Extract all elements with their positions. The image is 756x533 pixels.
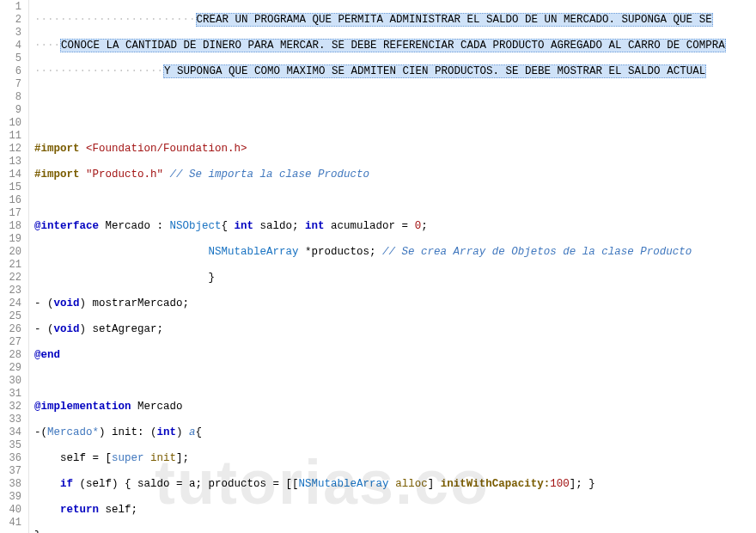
code-line [34, 117, 756, 130]
line-number: 26 [3, 323, 21, 336]
code-line: ·························CREAR UN PROGRA… [34, 14, 756, 27]
code-line [34, 194, 756, 207]
line-number: 36 [3, 452, 21, 465]
line-number: 31 [3, 388, 21, 401]
code-line: -(Mercado*) init: (int) a{ [34, 426, 756, 439]
line-number: 20 [3, 246, 21, 259]
line-number: 2 [3, 14, 21, 27]
line-number: 32 [3, 401, 21, 414]
code-line: - (void) setAgregar; [34, 323, 756, 336]
line-number: 19 [3, 233, 21, 246]
line-number: 30 [3, 375, 21, 388]
line-number: 28 [3, 349, 21, 362]
code-line: ····················Y SUPONGA QUE COMO M… [34, 65, 756, 78]
line-number: 11 [3, 130, 21, 143]
code-line [34, 375, 756, 388]
line-number: 4 [3, 40, 21, 52]
line-number: 1 [3, 1, 21, 14]
line-number: 38 [3, 478, 21, 491]
line-number: 40 [3, 504, 21, 517]
code-line [34, 91, 756, 104]
line-number: 33 [3, 414, 21, 426]
line-number: 7 [3, 78, 21, 91]
code-line: - (void) mostrarMercado; [34, 297, 756, 310]
code-line: @end [34, 349, 756, 362]
line-number: 39 [3, 491, 21, 504]
code-line: return self; [34, 504, 756, 517]
line-number: 22 [3, 272, 21, 285]
line-number: 21 [3, 259, 21, 272]
line-number: 18 [3, 220, 21, 233]
line-number: 35 [3, 439, 21, 452]
line-number: 10 [3, 117, 21, 130]
code-line: NSMutableArray *productos; // Se crea Ar… [34, 246, 756, 259]
line-number: 34 [3, 426, 21, 439]
line-number: 8 [3, 91, 21, 104]
line-number: 6 [3, 65, 21, 78]
line-number: 15 [3, 181, 21, 194]
line-number-gutter: 1234567891011121314151617181920212223242… [0, 0, 29, 533]
code-line: if (self) { saldo = a; productos = [[NSM… [34, 478, 756, 491]
line-number: 3 [3, 27, 21, 40]
code-line: } [34, 272, 756, 285]
line-number: 14 [3, 168, 21, 181]
line-number: 37 [3, 465, 21, 478]
code-editor: 1234567891011121314151617181920212223242… [0, 0, 756, 533]
line-number: 29 [3, 362, 21, 375]
line-number: 5 [3, 52, 21, 65]
line-number: 41 [3, 517, 21, 530]
line-number: 17 [3, 207, 21, 220]
code-line: @implementation Mercado [34, 401, 756, 414]
code-line: } [34, 530, 756, 533]
line-number: 13 [3, 156, 21, 168]
code-area[interactable]: ·························CREAR UN PROGRA… [29, 0, 756, 533]
code-line: self = [super init]; [34, 452, 756, 465]
line-number: 12 [3, 143, 21, 156]
code-line: ····CONOCE LA CANTIDAD DE DINERO PARA ME… [34, 40, 756, 52]
code-line: #import <Foundation/Foundation.h> [34, 143, 756, 156]
code-line: @interface Mercado : NSObject{ int saldo… [34, 220, 756, 233]
line-number: 23 [3, 285, 21, 297]
line-number: 24 [3, 297, 21, 310]
line-number: 9 [3, 104, 21, 117]
line-number: 27 [3, 336, 21, 349]
line-number: 25 [3, 310, 21, 323]
line-number: 16 [3, 194, 21, 207]
code-line: #import "Producto.h" // Se importa la cl… [34, 168, 756, 181]
